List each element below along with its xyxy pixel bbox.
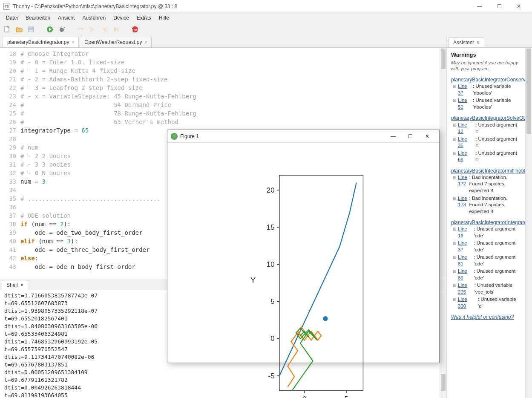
- menu-datei[interactable]: Datei: [3, 14, 21, 22]
- assistant-tabs: Assistent×: [447, 36, 532, 48]
- svg-rect-3: [29, 30, 33, 32]
- menu-device[interactable]: Device: [110, 14, 132, 22]
- svg-point-36: [323, 316, 328, 321]
- titlebar: Th Thonny - C:\Penzkofer\Python\misc\pla…: [0, 0, 532, 13]
- new-file-icon[interactable]: [3, 25, 12, 34]
- warning-file-link[interactable]: planetaryBasicIntegratorConservLaws.py: [451, 77, 525, 83]
- warning-line-link[interactable]: Line 173: [458, 195, 468, 215]
- warning-message: : Unused argument 'ode': [474, 240, 521, 253]
- close-icon[interactable]: ×: [20, 282, 23, 288]
- app-icon: Th: [3, 3, 10, 10]
- warnings-heading: Warnings: [451, 51, 521, 59]
- close-icon[interactable]: ×: [72, 40, 74, 45]
- warning-item[interactable]: Line 173 : Bad indentation. Found 7 spac…: [453, 195, 521, 215]
- menu-extras[interactable]: Extras: [133, 14, 155, 22]
- line-gutter: 1819202122232425262728293031323334353637…: [0, 48, 20, 279]
- menubar: DateiBearbeitenAnsichtAusführenDeviceExt…: [0, 13, 532, 23]
- warning-line-link[interactable]: Line 12: [458, 122, 474, 135]
- warning-message: : Unused variable 'nbodies': [473, 97, 521, 110]
- editor-tab[interactable]: OpenWeatherRequest.py×: [80, 37, 152, 47]
- warning-item[interactable]: Line 50 : Unused variable 'nbodies': [453, 97, 521, 110]
- resume-icon[interactable]: [112, 25, 121, 34]
- menu-hilfe[interactable]: Hilfe: [155, 14, 173, 22]
- figure-maximize-button[interactable]: ☐: [402, 130, 419, 143]
- warning-line-link[interactable]: Line 205: [458, 282, 473, 295]
- warning-item[interactable]: Line 300 : Unused variable 'q': [453, 296, 521, 309]
- step-out-icon[interactable]: [100, 25, 109, 34]
- warning-message: : Unused argument 'ode': [474, 226, 521, 239]
- matplotlib-icon: [171, 133, 178, 140]
- editor-tabs: planetaryBasicIntegrator.py×OpenWeatherR…: [0, 36, 446, 48]
- warning-item[interactable]: Line 89 : Unused argument 'ode': [453, 268, 521, 281]
- save-file-icon[interactable]: [26, 25, 36, 34]
- step-over-icon[interactable]: [76, 25, 85, 34]
- warning-line-link[interactable]: Line 61: [458, 254, 472, 267]
- warning-item[interactable]: Line 68 : Unused argument 't': [453, 150, 521, 163]
- svg-marker-11: [92, 29, 94, 30]
- svg-text:-5: -5: [268, 372, 275, 380]
- menu-bearbeiten[interactable]: Bearbeiten: [22, 14, 54, 22]
- figure-close-button[interactable]: ✕: [419, 130, 436, 143]
- warning-message: : Bad indentation. Found 7 spaces, expec…: [469, 195, 521, 215]
- assistant-tab[interactable]: Assistent×: [449, 37, 484, 47]
- figure-titlebar[interactable]: Figure 1 — ☐ ✕: [167, 130, 439, 143]
- svg-text:STOP: STOP: [132, 29, 138, 31]
- run-icon[interactable]: [45, 25, 55, 34]
- assistant-body: Warnings May be ignored if you are happy…: [447, 48, 525, 398]
- warning-file-link[interactable]: planetaryBasicIntegratorSolveODE.py: [451, 115, 525, 121]
- editor-scrollbar[interactable]: [440, 48, 446, 279]
- warning-line-link[interactable]: Line 89: [458, 268, 472, 281]
- shell-scrollbar[interactable]: [440, 290, 446, 398]
- close-icon[interactable]: ×: [144, 40, 147, 45]
- warning-item[interactable]: Line 16 : Unused argument 'ode': [453, 226, 521, 239]
- warning-item[interactable]: Line 37 : Unused variable 'nbodies': [453, 83, 521, 96]
- svg-rect-14: [118, 27, 118, 32]
- svg-point-6: [60, 28, 64, 32]
- warning-file-link[interactable]: planetaryBasicIntegratorIntegrate.py: [451, 219, 525, 225]
- warning-message: : Bad indentation. Found 7 spaces, expec…: [469, 174, 521, 194]
- assistant-panel: Assistent× Warnings May be ignored if yo…: [447, 36, 532, 398]
- warning-file-link[interactable]: planetaryBasicIntegratorInitProblem.py: [451, 168, 525, 174]
- figure-window[interactable]: Figure 1 — ☐ ✕ -50510152005XY 🏠 ⬅ ➡ ✥ 🔍 …: [167, 130, 440, 363]
- warning-message: : Unused variable 'vec_tols': [474, 282, 521, 295]
- menu-ausführen[interactable]: Ausführen: [79, 14, 109, 22]
- svg-text:15: 15: [267, 223, 275, 231]
- close-button[interactable]: ✕: [509, 0, 529, 13]
- warning-line-link[interactable]: Line 172: [458, 174, 468, 194]
- warning-line-link[interactable]: Line 16: [458, 226, 472, 239]
- svg-line-8: [59, 27, 60, 28]
- warning-item[interactable]: Line 37 : Unused argument 'ode': [453, 240, 521, 253]
- feedback-link[interactable]: Was it helpful or confusing?: [451, 314, 514, 320]
- shell-tab[interactable]: Shell×: [2, 280, 28, 290]
- warning-line-link[interactable]: Line 68: [458, 150, 474, 163]
- warning-item[interactable]: Line 61 : Unused argument 'ode': [453, 254, 521, 267]
- warning-item[interactable]: Line 35 : Unused argument 't': [453, 136, 521, 149]
- warning-item[interactable]: Line 205 : Unused variable 'vec_tols': [453, 282, 521, 295]
- warning-line-link[interactable]: Line 37: [458, 83, 471, 96]
- warning-item[interactable]: Line 12 : Unused argument 't': [453, 122, 521, 135]
- tab-label: planetaryBasicIntegrator.py: [7, 39, 69, 45]
- svg-marker-13: [114, 27, 117, 32]
- menu-ansicht[interactable]: Ansicht: [55, 14, 78, 22]
- warning-line-link[interactable]: Line 50: [458, 97, 471, 110]
- debug-icon[interactable]: [57, 25, 66, 34]
- warning-message: : Unused argument 'ode': [474, 268, 521, 281]
- tab-label: OpenWeatherRequest.py: [84, 39, 142, 45]
- warning-item[interactable]: Line 172 : Bad indentation. Found 7 spac…: [453, 174, 521, 194]
- stop-icon[interactable]: STOP: [130, 25, 140, 34]
- maximize-button[interactable]: ☐: [489, 0, 509, 13]
- open-file-icon[interactable]: [14, 25, 24, 34]
- warning-message: : Unused variable 'q': [478, 296, 521, 309]
- svg-marker-12: [103, 29, 104, 30]
- assistant-scrollbar[interactable]: [525, 48, 532, 398]
- editor-tab[interactable]: planetaryBasicIntegrator.py×: [3, 37, 79, 47]
- warning-message: : Unused argument 'ode': [474, 254, 521, 267]
- minimize-button[interactable]: —: [470, 0, 489, 13]
- step-into-icon[interactable]: [88, 25, 97, 34]
- plot-svg: -50510152005XY: [172, 151, 435, 398]
- close-icon[interactable]: ×: [477, 40, 480, 46]
- warning-line-link[interactable]: Line 37: [458, 240, 472, 253]
- warning-line-link[interactable]: Line 300: [458, 296, 476, 309]
- figure-minimize-button[interactable]: —: [385, 130, 402, 143]
- warning-line-link[interactable]: Line 35: [458, 136, 474, 149]
